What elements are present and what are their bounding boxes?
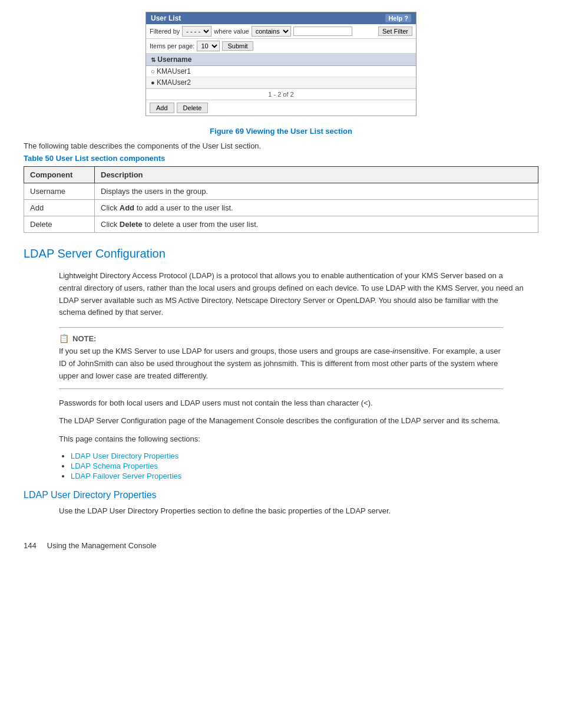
- note-box: 📋 NOTE: If you set up the KMS Server to …: [59, 327, 503, 388]
- sections-list: LDAP User Directory Properties LDAP Sche…: [71, 452, 538, 480]
- user-list-table: ⇅ Username ○ KMAUser1 ● KMAUser2: [146, 54, 416, 88]
- component-username: Username: [24, 183, 95, 200]
- ldap-user-dir-heading: LDAP User Directory Properties: [24, 490, 538, 500]
- where-value-label: where value: [214, 28, 249, 35]
- note-text: If you set up the KMS Server to use LDAP…: [59, 345, 503, 382]
- sort-icon: ⇅: [151, 57, 156, 63]
- note-label: 📋 NOTE:: [59, 334, 503, 343]
- desc-username: Displays the users in the group.: [95, 183, 538, 200]
- filtered-by-select[interactable]: - - - -: [182, 26, 211, 37]
- widget-title: User List: [151, 14, 181, 22]
- ldap-body-text: Lightweight Directory Access Protocol (L…: [59, 270, 527, 319]
- column-username[interactable]: ⇅ Username: [146, 54, 416, 66]
- items-per-page-select[interactable]: 10: [197, 41, 220, 51]
- items-per-page-row: Items per page: 10 Submit: [146, 39, 416, 54]
- filtered-by-label: Filtered by: [150, 28, 180, 35]
- column-username-label: Username: [157, 55, 191, 64]
- submit-button[interactable]: Submit: [222, 41, 253, 51]
- ldap-failover-link[interactable]: LDAP Failover Server Properties: [71, 472, 181, 480]
- widget-header: User List Help ?: [146, 12, 416, 24]
- table-50-caption: Table 50 User List section components: [24, 154, 538, 163]
- list-item: LDAP User Directory Properties: [71, 452, 538, 460]
- set-filter-button[interactable]: Set Filter: [378, 27, 412, 36]
- radio-1[interactable]: ○: [151, 68, 155, 75]
- widget-box: User List Help ? Filtered by - - - - whe…: [146, 12, 416, 116]
- figure-caption: Figure 69 Viewing the User List section: [24, 127, 538, 136]
- password-text: Passwords for both local users and LDAP …: [59, 397, 527, 410]
- items-per-page-label: Items per page:: [150, 42, 194, 50]
- list-item: LDAP Failover Server Properties: [71, 472, 538, 480]
- add-button[interactable]: Add: [150, 103, 174, 113]
- ldap-schema-link[interactable]: LDAP Schema Properties: [71, 462, 158, 470]
- list-item: LDAP Schema Properties: [71, 462, 538, 470]
- ldap-user-dir-body: Use the LDAP User Directory Properties s…: [59, 505, 527, 518]
- component-delete: Delete: [24, 216, 95, 233]
- ldap-section-heading: LDAP Server Configuration: [24, 247, 538, 263]
- table-description: The following table describes the compon…: [24, 141, 538, 150]
- ldap-config-text: The LDAP Server Configuration page of th…: [59, 415, 527, 427]
- radio-2[interactable]: ●: [151, 79, 155, 86]
- widget-actions: Add Delete: [146, 100, 416, 116]
- component-add: Add: [24, 200, 95, 216]
- contains-select[interactable]: contains: [252, 26, 291, 37]
- page-number: 144: [24, 541, 37, 550]
- table-row: Add Click Add to add a user to the user …: [24, 200, 538, 216]
- filter-text-input[interactable]: [293, 27, 352, 36]
- pagination: 1 - 2 of 2: [146, 88, 416, 100]
- user-list-widget: User List Help ? Filtered by - - - - whe…: [24, 12, 538, 122]
- table-row: ● KMAUser2: [146, 77, 416, 88]
- desc-delete: Click Delete to delete a user from the u…: [95, 216, 538, 233]
- ldap-user-dir-link[interactable]: LDAP User Directory Properties: [71, 452, 178, 460]
- table-row: ○ KMAUser1: [146, 66, 416, 77]
- desc-add: Click Add to add a user to the user list…: [95, 200, 538, 216]
- sections-intro: This page contains the following section…: [59, 433, 527, 446]
- delete-button[interactable]: Delete: [177, 103, 209, 113]
- col-description: Description: [95, 167, 538, 183]
- user-1-name: KMAUser1: [157, 67, 191, 75]
- user-2-name: KMAUser2: [157, 78, 191, 87]
- table-row: Username Displays the users in the group…: [24, 183, 538, 200]
- components-table: Component Description Username Displays …: [24, 166, 538, 233]
- note-icon: 📋: [59, 334, 69, 343]
- col-component: Component: [24, 167, 95, 183]
- table-row: Delete Click Delete to delete a user fro…: [24, 216, 538, 233]
- widget-filter-row: Filtered by - - - - where value contains…: [146, 24, 416, 39]
- page-footer: 144 Using the Management Console: [24, 541, 538, 550]
- footer-text: Using the Management Console: [47, 541, 157, 550]
- widget-help-button[interactable]: Help ?: [385, 14, 411, 22]
